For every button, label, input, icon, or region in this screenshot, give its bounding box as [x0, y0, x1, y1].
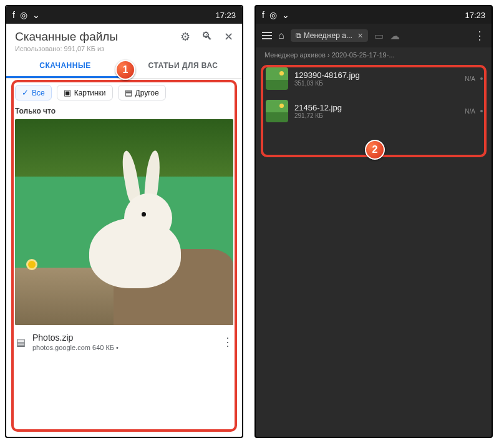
more-icon[interactable]: ⋮: [222, 335, 233, 349]
download-thumbnail[interactable]: [15, 119, 233, 325]
home-icon[interactable]: ⌂: [278, 30, 284, 41]
phone-downloads: f ◎ ⌄ 17:23 Скачанные файлы ⚙ 🔍︎ ✕ Испол…: [5, 5, 243, 438]
chip-images[interactable]: ▣Картинки: [57, 85, 113, 100]
status-bar: f ◎ ⌄ 17:23: [256, 6, 492, 24]
phone-archive-manager: f ◎ ⌄ 17:23 ⌂ ⧉ Менеджер а... ✕ ▭ ☁ ⋮ Ме…: [254, 5, 493, 438]
clock: 17:23: [465, 11, 485, 20]
close-icon[interactable]: ✕: [224, 30, 233, 44]
new-tab-icon[interactable]: ▭: [374, 30, 384, 42]
check-icon: ⌄: [32, 10, 40, 20]
file-date: N/A: [465, 108, 475, 115]
item-menu-icon[interactable]: [480, 110, 483, 112]
search-icon[interactable]: 🔍︎: [201, 30, 213, 44]
file-name: Photos.zip: [32, 333, 216, 343]
archive-icon: ⧉: [296, 31, 301, 40]
file-list: 129390-48167.jpg 351,03 КБ N/A 21456-12.…: [256, 62, 492, 127]
facebook-icon: f: [262, 10, 264, 20]
section-label: Только что: [6, 107, 242, 119]
image-icon: ▣: [64, 88, 71, 97]
archive-tab[interactable]: ⧉ Менеджер а... ✕: [291, 29, 368, 42]
chip-all[interactable]: ✓Все: [15, 85, 52, 100]
file-name: 129390-48167.jpg: [294, 71, 360, 80]
file-date: N/A: [465, 75, 475, 82]
status-bar: f ◎ ⌄ 17:23: [6, 6, 242, 24]
list-item[interactable]: 129390-48167.jpg 351,03 КБ N/A: [258, 62, 489, 95]
check-icon: ⌄: [282, 10, 289, 20]
chip-other[interactable]: ▤Другое: [118, 85, 166, 100]
download-item[interactable]: ▤ Photos.zip photos.google.com 640 КБ • …: [6, 325, 242, 355]
item-menu-icon[interactable]: [480, 77, 483, 80]
file-icon: ▤: [125, 88, 132, 97]
more-icon[interactable]: ⋮: [474, 29, 485, 42]
archive-toolbar: ⌂ ⧉ Менеджер а... ✕ ▭ ☁ ⋮: [256, 24, 492, 47]
image-icon: [266, 67, 288, 90]
file-size: 291,72 КБ: [294, 112, 342, 119]
page-title: Скачанные файлы: [15, 30, 180, 44]
image-icon: [266, 100, 288, 122]
menu-icon[interactable]: [262, 32, 272, 39]
tab-close-icon[interactable]: ✕: [357, 32, 363, 40]
file-size: 351,03 КБ: [294, 80, 360, 87]
storage-usage: Использовано: 991,07 КБ из: [6, 45, 242, 55]
check-icon: ✓: [22, 88, 29, 97]
file-source: photos.google.com 640 КБ •: [32, 344, 119, 351]
tab-downloaded[interactable]: СКАЧАННЫЕ: [6, 55, 124, 78]
facebook-icon: f: [12, 10, 15, 20]
tab-articles[interactable]: СТАТЬИ ДЛЯ ВАС: [124, 55, 242, 78]
clock: 17:23: [215, 11, 236, 20]
chrome-icon: ◎: [20, 10, 27, 20]
breadcrumb[interactable]: Менеджер архивов › 2020-05-25-17-19-...: [256, 47, 492, 62]
downloads-header: Скачанные файлы ⚙ 🔍︎ ✕: [6, 24, 242, 45]
file-name: 21456-12.jpg: [294, 103, 342, 112]
filter-chips: ✓Все ▣Картинки ▤Другое: [6, 79, 242, 107]
cloud-icon[interactable]: ☁: [390, 30, 400, 42]
annotation-badge-2: 2: [365, 140, 385, 160]
file-icon: ▤: [15, 336, 26, 348]
gear-icon[interactable]: ⚙: [180, 30, 190, 44]
list-item[interactable]: 21456-12.jpg 291,72 КБ N/A: [258, 95, 489, 127]
chrome-icon: ◎: [269, 10, 277, 20]
annotation-badge-1: 1: [115, 60, 135, 80]
